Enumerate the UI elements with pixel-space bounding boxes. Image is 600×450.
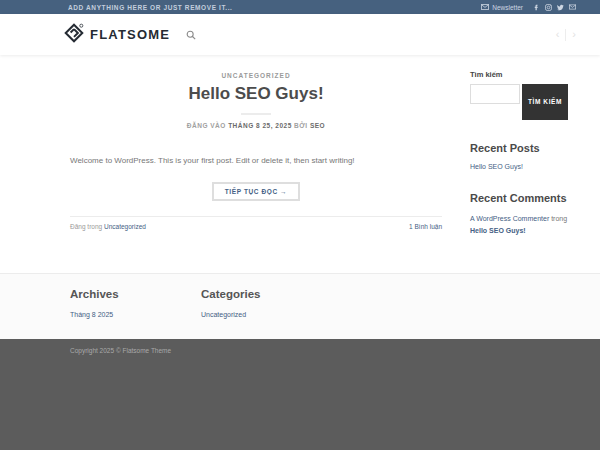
envelope-icon bbox=[481, 4, 489, 10]
title-divider bbox=[241, 113, 271, 115]
newsletter-link[interactable]: Newsletter bbox=[481, 4, 523, 11]
newsletter-label: Newsletter bbox=[492, 4, 523, 11]
search-widget-label: Tìm kiếm bbox=[470, 70, 570, 79]
recent-comments-title: Recent Comments bbox=[470, 192, 570, 204]
recent-comment-item: A WordPress Commenter trong Hello SEO Gu… bbox=[470, 213, 570, 237]
topbar-message: ADD ANYTHING HERE OR JUST REMOVE IT... bbox=[68, 4, 233, 11]
absolute-footer: Copyright 2025 © Flatsome Theme bbox=[0, 339, 600, 450]
site-header: FLATSOME ‹ › bbox=[0, 14, 600, 55]
meta-by: BỞI bbox=[292, 122, 310, 129]
comments-link[interactable]: 1 Bình luận bbox=[409, 223, 442, 230]
meta-prefix: ĐĂNG VÀO bbox=[187, 122, 228, 129]
topbar-right: Newsletter bbox=[481, 4, 576, 11]
topbar: ADD ANYTHING HERE OR JUST REMOVE IT... N… bbox=[0, 0, 600, 14]
prev-post-arrow[interactable]: ‹ bbox=[556, 29, 560, 40]
recent-post-link[interactable]: Hello SEO Guys! bbox=[470, 163, 570, 170]
sidebar: Tìm kiếm TÌM KIẾM Recent Posts Hello SEO… bbox=[470, 55, 570, 273]
instagram-icon[interactable] bbox=[545, 4, 552, 11]
categories-title: Categories bbox=[201, 288, 260, 300]
twitter-icon[interactable] bbox=[557, 4, 564, 11]
search-submit-button[interactable]: TÌM KIẾM bbox=[522, 84, 568, 120]
post-footer-meta: Đăng trong Uncategorized 1 Bình luận bbox=[70, 216, 442, 230]
comment-author-link[interactable]: A WordPress Commenter bbox=[470, 215, 549, 222]
footer-widgets: Archives Tháng 8 2025 Categories Uncateg… bbox=[0, 273, 600, 339]
facebook-icon[interactable] bbox=[533, 4, 540, 11]
next-post-arrow[interactable]: › bbox=[572, 29, 576, 40]
post-column: UNCATEGORIZED Hello SEO Guys! ĐĂNG VÀO T… bbox=[70, 55, 442, 273]
nav-divider bbox=[565, 29, 566, 41]
copyright-text: Copyright 2025 © Flatsome Theme bbox=[70, 347, 600, 354]
meta-author-link[interactable]: SEO bbox=[310, 122, 325, 129]
post-excerpt: Welcome to WordPress. This is your first… bbox=[70, 155, 442, 167]
search-input[interactable] bbox=[470, 84, 520, 104]
logo-text: FLATSOME bbox=[90, 27, 170, 42]
post-meta: ĐĂNG VÀO THÁNG 8 25, 2025 BỞI SEO bbox=[70, 122, 442, 129]
post-header: UNCATEGORIZED Hello SEO Guys! ĐĂNG VÀO T… bbox=[70, 72, 442, 129]
archive-link[interactable]: Tháng 8 2025 bbox=[70, 311, 201, 318]
header-post-nav: ‹ › bbox=[556, 29, 576, 41]
posted-in-label: Đăng trong bbox=[70, 223, 104, 230]
categories-widget: Categories Uncategorized bbox=[201, 288, 260, 339]
category-link[interactable]: Uncategorized bbox=[201, 311, 260, 318]
recent-posts-title: Recent Posts bbox=[470, 142, 570, 154]
social-links bbox=[533, 4, 576, 11]
post-category-link: UNCATEGORIZED bbox=[70, 72, 442, 79]
meta-date: THÁNG 8 25, 2025 bbox=[228, 122, 292, 129]
comment-post-link[interactable]: Hello SEO Guys! bbox=[470, 227, 526, 234]
posted-in: Đăng trong Uncategorized bbox=[70, 223, 146, 230]
flatsome-logo-icon bbox=[64, 23, 84, 47]
search-widget: TÌM KIẾM bbox=[470, 84, 570, 120]
archives-title: Archives bbox=[70, 288, 201, 300]
posted-in-category-link[interactable]: Uncategorized bbox=[104, 223, 146, 230]
archives-widget: Archives Tháng 8 2025 bbox=[70, 288, 201, 339]
search-icon[interactable] bbox=[186, 30, 196, 40]
comment-connector: trong bbox=[549, 215, 567, 222]
email-icon[interactable] bbox=[569, 4, 576, 10]
post-title[interactable]: Hello SEO Guys! bbox=[70, 84, 442, 104]
site-logo[interactable]: FLATSOME bbox=[64, 23, 170, 47]
page: ADD ANYTHING HERE OR JUST REMOVE IT... N… bbox=[0, 0, 600, 450]
read-more-button[interactable]: TIẾP TỤC ĐỌC → bbox=[212, 182, 300, 201]
content-area: UNCATEGORIZED Hello SEO Guys! ĐĂNG VÀO T… bbox=[0, 55, 600, 273]
read-more-wrap: TIẾP TỤC ĐỌC → bbox=[70, 180, 442, 201]
